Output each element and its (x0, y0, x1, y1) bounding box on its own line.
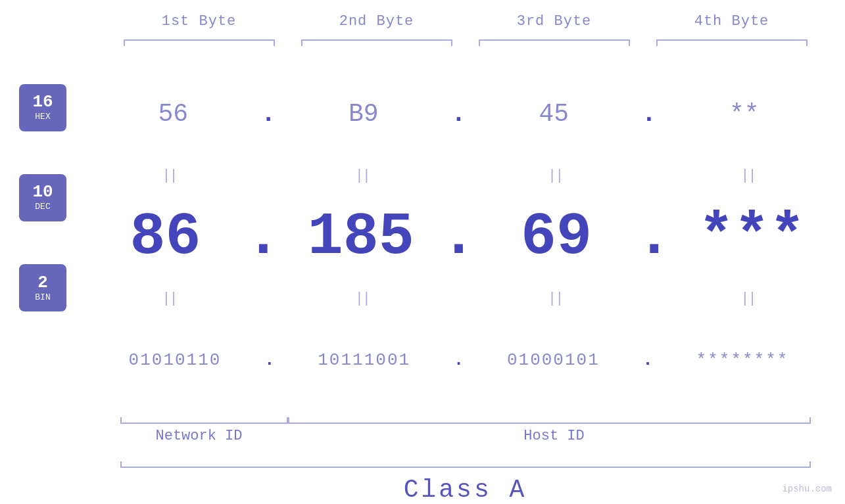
hex-b2: B9 (349, 100, 379, 128)
bottom-labels-section: Network ID Host ID (110, 412, 821, 444)
bin-b4: ******** (696, 350, 789, 370)
hex-b3: 45 (539, 100, 569, 128)
bin-b1: 01010110 (129, 350, 222, 370)
hex-badge: 16 HEX (19, 84, 66, 131)
dot-bin-3: . (642, 352, 653, 369)
byte3-header: 3rd Byte (466, 13, 643, 30)
dot-dec-1: . (245, 208, 281, 267)
dot-dec-2: . (441, 208, 476, 267)
bin-b3: 01000101 (507, 350, 600, 370)
dot-hex-3: . (642, 102, 657, 127)
main-area: 16 HEX 10 DEC 2 BIN 56 . B9 (0, 62, 845, 412)
byte1-header: 1st Byte (110, 13, 288, 30)
bin-b2-cell: 10111001 (275, 350, 454, 370)
hex-b1-cell: 56 (85, 100, 261, 128)
top-bracket-row (110, 36, 821, 49)
equals-row-2: || || || || (85, 289, 832, 309)
network-id-label: Network ID (110, 428, 288, 444)
badges-column: 16 HEX 10 DEC 2 BIN (0, 62, 85, 412)
byte2-header: 2nd Byte (288, 13, 466, 30)
bracket-4 (643, 36, 821, 49)
bin-number: 2 (37, 274, 48, 291)
bin-b4-cell: ******** (653, 350, 832, 370)
host-id-label: Host ID (288, 428, 821, 444)
hex-number: 16 (32, 93, 53, 110)
dec-row: 86 . 185 . 69 . *** (85, 185, 832, 288)
hex-row: 56 . B9 . 45 . ** (85, 62, 832, 166)
dec-b4: *** (698, 204, 805, 271)
eq1-3: || (471, 168, 639, 184)
host-bracket (288, 412, 821, 424)
eq2-2: || (278, 290, 446, 307)
dot-bin-2: . (454, 352, 464, 369)
hex-b4: ** (729, 100, 760, 128)
bracket-3 (466, 36, 643, 49)
dec-b1-cell: 86 (85, 204, 245, 271)
class-label: Class A (404, 476, 527, 504)
eq1-1: || (85, 168, 253, 184)
dec-label: DEC (35, 202, 50, 212)
eq1-2: || (278, 168, 446, 184)
bin-b3-cell: 01000101 (464, 350, 642, 370)
bin-row: 01010110 . 10111001 . 01000101 . *******… (85, 309, 832, 412)
eq2-1: || (85, 290, 253, 307)
dot-bin-1: . (264, 352, 275, 369)
dot-hex-1: . (261, 102, 276, 127)
net-bracket (110, 412, 288, 424)
dec-b2: 185 (308, 204, 414, 271)
hex-label: HEX (35, 112, 50, 122)
bottom-bracket-row (110, 412, 821, 424)
hex-b1: 56 (158, 100, 189, 128)
dec-b4-cell: *** (672, 204, 832, 271)
bracket-2 (288, 36, 466, 49)
byte4-header: 4th Byte (643, 13, 821, 30)
equals-row-1: || || || || (85, 166, 832, 185)
id-labels-row: Network ID Host ID (110, 428, 821, 444)
hex-b2-cell: B9 (276, 100, 451, 128)
eq1-4: || (664, 168, 832, 184)
dec-b2-cell: 185 (281, 204, 441, 271)
dec-b3-cell: 69 (477, 204, 637, 271)
eq2-3: || (471, 290, 639, 307)
bin-b1-cell: 01010110 (85, 350, 264, 370)
bin-badge: 2 BIN (19, 264, 66, 311)
values-grid: 56 . B9 . 45 . ** || || (85, 62, 845, 412)
byte-headers: 1st Byte 2nd Byte 3rd Byte 4th Byte (110, 13, 821, 30)
class-label-row: Class A (110, 476, 821, 504)
hex-b4-cell: ** (656, 100, 832, 128)
dot-dec-3: . (637, 208, 672, 267)
bin-label: BIN (35, 292, 50, 302)
dec-b1: 86 (130, 204, 201, 271)
eq2-4: || (664, 290, 832, 307)
watermark: ipshu.com (782, 484, 832, 494)
main-container: 1st Byte 2nd Byte 3rd Byte 4th Byte 16 H… (0, 0, 845, 504)
bracket-1 (110, 36, 288, 49)
dec-b3: 69 (521, 204, 592, 271)
hex-b3-cell: 45 (466, 100, 642, 128)
dot-hex-2: . (451, 102, 466, 127)
bin-b2: 10111001 (318, 350, 410, 370)
dec-number: 10 (32, 183, 53, 200)
dec-badge: 10 DEC (19, 174, 66, 221)
class-bracket (110, 456, 821, 468)
